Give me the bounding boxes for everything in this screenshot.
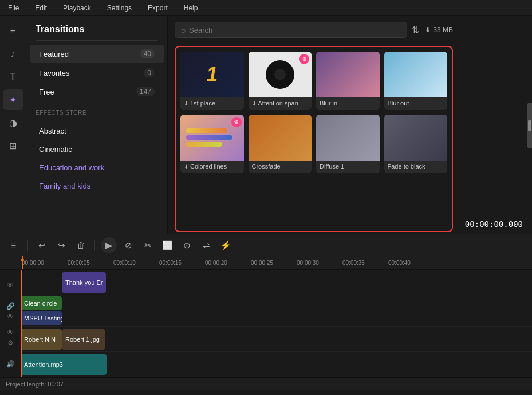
- card-label-attention: ⬇ Attention span: [249, 97, 312, 110]
- redo-button[interactable]: ↪: [53, 237, 69, 253]
- menu-help[interactable]: Help: [180, 3, 202, 13]
- crown-badge-attention: ♛: [299, 54, 309, 64]
- track-row-1: Thank you Er: [21, 270, 532, 295]
- favorites-label: Favorites: [39, 69, 69, 77]
- sort-button[interactable]: ⇅: [412, 25, 419, 36]
- settings-icon-3[interactable]: ⚙: [6, 338, 15, 347]
- ruler-mark-1: 00:00:05: [68, 260, 90, 266]
- card-label-crossfade: Crossfade: [249, 161, 312, 173]
- menu-file[interactable]: File: [5, 3, 22, 13]
- timeline-ruler: 00:00:00 00:00:05 00:00:10 00:00:15 00:0…: [0, 256, 532, 270]
- menu-export[interactable]: Export: [144, 3, 171, 13]
- sidebar-item-featured[interactable]: Featured 40: [30, 45, 164, 63]
- abstract-label: Abstract: [39, 127, 66, 135]
- download-info: ⬇ 33 MB: [425, 26, 453, 34]
- transition-card-crossfade[interactable]: Crossfade: [249, 115, 312, 173]
- sidebar-item-free[interactable]: Free 147: [30, 83, 164, 101]
- sidebar-item-education[interactable]: Education and work: [30, 159, 164, 177]
- playhead-arrow: ▼: [19, 256, 26, 264]
- card-thumb-diffuse: [316, 115, 380, 161]
- music-icon-btn[interactable]: ♪: [3, 44, 23, 64]
- education-label: Education and work: [39, 163, 104, 172]
- effects-icon-btn[interactable]: ✦: [3, 89, 23, 110]
- card-thumb-attention: ♛: [249, 52, 312, 97]
- volume-icon-4[interactable]: 🔊: [6, 359, 15, 369]
- clip-label-mspu: MSPU Testing: [24, 315, 62, 322]
- track-row-2: Clean circle MSPU Testing: [21, 295, 532, 327]
- effects-btn[interactable]: ⚡: [218, 237, 234, 253]
- ruler-mark-5: 00:00:25: [251, 260, 273, 266]
- sidebar-main-section: Featured 40 Favorites 0 Free 147: [26, 41, 167, 105]
- swap-button[interactable]: ⇌: [198, 237, 214, 253]
- clip-cleancircle[interactable]: Clean circle: [21, 296, 62, 310]
- sidebar-item-favorites[interactable]: Favorites 0: [30, 64, 164, 82]
- clip-robert1[interactable]: Robert 1.jpg: [62, 329, 105, 350]
- card-text-fadeblack: Fade to black: [388, 163, 425, 170]
- transition-card-attention[interactable]: ♛ ⬇ Attention span: [249, 52, 312, 110]
- tl-separator-2: [94, 240, 95, 251]
- free-label: Free: [39, 88, 54, 96]
- clip-robertn[interactable]: Robert N N: [21, 329, 62, 350]
- color-icon-btn[interactable]: ◑: [3, 112, 23, 133]
- favorites-count: 0: [144, 68, 155, 77]
- ruler-mark-7: 00:00:35: [342, 260, 365, 266]
- undo-button[interactable]: ↩: [34, 237, 50, 253]
- card-thumb-colored: ♛: [180, 115, 244, 161]
- clip-attention-audio[interactable]: Attention.mp3: [21, 354, 107, 375]
- eye-icon-3[interactable]: 👁: [6, 328, 15, 337]
- sidebar-item-abstract[interactable]: Abstract: [30, 122, 164, 140]
- card-text-blurin: Blur in: [320, 100, 337, 107]
- delete-button[interactable]: 🗑: [73, 237, 89, 253]
- transition-card-fadeblack[interactable]: Fade to black: [384, 115, 448, 173]
- eye-icon-2[interactable]: 👁: [6, 312, 15, 321]
- menu-edit[interactable]: Edit: [31, 3, 50, 13]
- eye-icon-1[interactable]: 👁: [6, 280, 15, 290]
- card-label-colored: ⬇ Colored lines: [180, 161, 244, 173]
- menu-playback[interactable]: Playback: [60, 3, 94, 13]
- transition-card-diffuse[interactable]: Diffuse 1: [316, 115, 380, 173]
- clip-thankyou[interactable]: Thank you Er: [62, 272, 106, 293]
- clip-label-cleancircle: Clean circle: [24, 300, 57, 307]
- project-length-text: Project length: 00:07: [6, 381, 64, 388]
- card-label-blurin: Blur in: [316, 97, 380, 110]
- playhead: [21, 270, 22, 377]
- card-thumb-1stplace: 1: [180, 52, 244, 97]
- search-box[interactable]: ⌕: [175, 22, 407, 38]
- sidebar-item-cinematic[interactable]: Cinematic: [30, 140, 164, 158]
- card-label-blurout: Blur out: [384, 97, 448, 110]
- ruler-mark-6: 00:00:30: [297, 260, 319, 266]
- card-text-diffuse: Diffuse 1: [320, 163, 344, 170]
- download-small-icon-2: ⬇: [252, 100, 257, 107]
- sidebar: Transitions Featured 40 Favorites 0 Free…: [26, 16, 168, 234]
- card-label-diffuse: Diffuse 1: [316, 161, 380, 173]
- clip-mspu[interactable]: MSPU Testing: [21, 311, 62, 325]
- free-count: 147: [136, 87, 155, 96]
- layers-icon-btn[interactable]: ⊞: [3, 135, 23, 156]
- card-thumb-crossfade: [249, 115, 312, 161]
- transition-card-blurin[interactable]: Blur in: [316, 52, 380, 110]
- text-icon-btn[interactable]: T: [3, 67, 23, 87]
- add-button[interactable]: +: [3, 21, 23, 41]
- tracks-area: Thank you Er Clean circle MSPU Testing R…: [21, 270, 532, 377]
- crop-button[interactable]: ⬜: [159, 237, 175, 253]
- project-length-bar: Project length: 00:07: [0, 377, 532, 390]
- card-text-1stplace: 1st place: [190, 100, 215, 107]
- transition-card-colored[interactable]: ♛ ⬇ Colored lines: [180, 115, 244, 173]
- sidebar-item-family[interactable]: Family and kids: [30, 177, 164, 195]
- disable-button[interactable]: ⊘: [120, 237, 136, 253]
- timeline-section: ≡ ↩ ↪ 🗑 ▶ ⊘ ✂ ⬜ ⊙ ⇌ ⚡ 00:00:00 00:00:05 …: [0, 234, 532, 395]
- transition-card-blurout[interactable]: Blur out: [384, 52, 448, 110]
- cut-button[interactable]: ✂: [140, 237, 156, 253]
- right-panel: 00:00:00.000: [460, 16, 532, 234]
- transition-card-1stplace[interactable]: 1 ⬇ 1st place: [180, 52, 244, 110]
- track-ctrl-3: 👁 ⚙: [0, 325, 21, 350]
- search-icon: ⌕: [181, 25, 186, 34]
- search-input[interactable]: [189, 26, 401, 34]
- play-button[interactable]: ▶: [101, 237, 117, 253]
- sidebar-store-section: Abstract Cinematic Education and work Fa…: [26, 118, 167, 199]
- timeline-layout-btn[interactable]: ≡: [6, 237, 22, 253]
- link-icon-2[interactable]: 🔗: [6, 302, 15, 311]
- menu-settings[interactable]: Settings: [104, 3, 135, 13]
- circle-button[interactable]: ⊙: [179, 237, 195, 253]
- main-layout: + ♪ T ✦ ◑ ⊞ Transitions Featured 40 Favo…: [0, 16, 532, 395]
